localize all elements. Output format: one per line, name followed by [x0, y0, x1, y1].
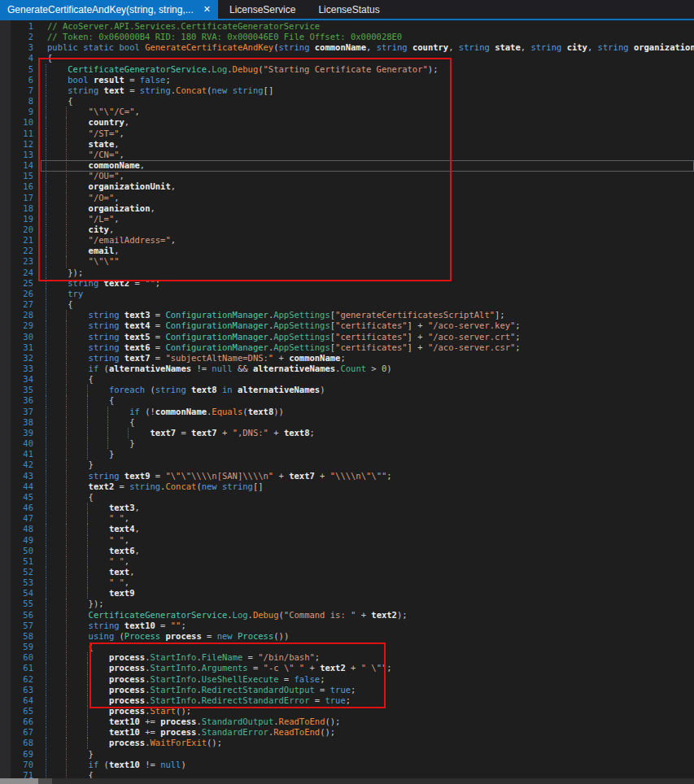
indent-guide [66, 310, 67, 320]
indent-guide [46, 395, 46, 406]
code-line-55: 55}); [0, 599, 694, 609]
tab-generate-certificate-and-key[interactable]: GenerateCertificateAndKey(string, string… [0, 0, 218, 19]
decompiler-window: GenerateCertificateAndKey(string, string… [0, 0, 694, 784]
code-line-31: 31string text6 = ConfigurationManager.Ap… [0, 342, 694, 353]
indent-guide [46, 588, 46, 599]
line-number: 8 [0, 96, 41, 107]
indent-guide [66, 246, 67, 256]
indent-guide [66, 395, 67, 406]
indent-guide [66, 139, 67, 150]
scrollbar-thumb[interactable] [0, 778, 38, 784]
line-number: 58 [0, 631, 41, 642]
indent-guide [46, 310, 46, 320]
indent-guide [46, 449, 46, 460]
indent-guide [87, 556, 88, 567]
code-line-65: 65process.Start(); [0, 706, 694, 716]
indent-guide [46, 128, 46, 139]
code-line-48: 48text4, [0, 524, 694, 534]
line-number: 28 [0, 310, 41, 320]
indent-guide [46, 117, 46, 128]
code-line-9: 9"\"\"/C=", [0, 107, 694, 117]
indent-guide [46, 492, 46, 503]
indent-guide [107, 407, 108, 417]
indent-guide [66, 256, 67, 267]
line-number: 54 [0, 588, 41, 599]
code-line-69: 69} [0, 749, 694, 760]
line-number: 50 [0, 546, 41, 556]
code-line-30: 30string text5 = ConfigurationManager.Ap… [0, 332, 694, 342]
code-line-6: 6bool result = false; [0, 75, 694, 85]
code-line-36: 36{ [0, 395, 694, 406]
indent-guide [46, 364, 46, 374]
code-line-16: 16organizationUnit, [0, 181, 694, 192]
line-number: 49 [0, 535, 41, 546]
line-number: 7 [0, 85, 41, 96]
line-number: 22 [0, 246, 41, 256]
indent-guide [87, 438, 88, 449]
indent-guide [107, 417, 108, 428]
indent-guide [46, 385, 46, 395]
code-line-10: 10country, [0, 117, 694, 128]
tab-license-status[interactable]: LicenseStatus [307, 0, 391, 19]
indent-guide [87, 513, 88, 524]
line-number: 19 [0, 214, 41, 224]
code-line-15: 15"/OU=", [0, 171, 694, 181]
indent-guide [66, 610, 67, 621]
indent-guide [46, 738, 46, 748]
indent-guide [46, 214, 46, 224]
line-number: 18 [0, 203, 41, 214]
line-number: 65 [0, 706, 41, 716]
line-number: 5 [0, 64, 41, 75]
code-line-26: 26try [0, 289, 694, 299]
indent-guide [87, 428, 88, 438]
indent-guide [87, 588, 88, 599]
code-line-51: 51" ", [0, 556, 694, 567]
indent-guide [46, 171, 46, 181]
horizontal-scrollbar[interactable] [0, 778, 694, 784]
tab-license-service[interactable]: LicenseService [218, 0, 307, 19]
indent-guide [66, 438, 67, 449]
indent-guide [46, 471, 46, 481]
line-number: 67 [0, 727, 41, 738]
line-number: 26 [0, 289, 41, 299]
code-line-7: 7string text = string.Concat(new string[… [0, 85, 694, 96]
indent-guide [128, 428, 129, 438]
code-line-66: 66text10 += process.StandardOutput.ReadT… [0, 716, 694, 727]
indent-guide [46, 289, 46, 299]
indent-guide [66, 674, 67, 685]
indent-guide [46, 652, 46, 663]
indent-guide [46, 193, 46, 203]
code-line-63: 63process.StartInfo.RedirectStandardOutp… [0, 685, 694, 695]
indent-guide [66, 128, 67, 139]
indent-guide [66, 471, 67, 481]
indent-guide [46, 320, 46, 331]
indent-guide [87, 546, 88, 556]
line-number: 43 [0, 471, 41, 481]
code-line-68: 68process.WaitForExit(); [0, 738, 694, 748]
indent-guide [66, 567, 67, 577]
line-number: 57 [0, 621, 41, 631]
indent-guide [66, 727, 67, 738]
indent-guide [46, 246, 46, 256]
code-line-18: 18organization, [0, 203, 694, 214]
indent-guide [66, 749, 67, 760]
indent-guide [66, 556, 67, 567]
indent-guide [46, 224, 46, 235]
code-line-42: 42} [0, 460, 694, 470]
line-number: 15 [0, 171, 41, 181]
indent-guide [46, 107, 46, 117]
indent-guide [66, 107, 67, 117]
close-icon[interactable]: ✕ [203, 5, 211, 14]
line-number: 61 [0, 663, 41, 673]
indent-guide [66, 706, 67, 716]
code-editor[interactable]: 1// AcoServer.API.Services.CertificateGe… [0, 20, 694, 784]
line-number: 25 [0, 278, 41, 289]
indent-guide [66, 449, 67, 460]
line-number: 30 [0, 332, 41, 342]
line-number: 51 [0, 556, 41, 567]
indent-guide [66, 588, 67, 599]
line-number: 31 [0, 342, 41, 353]
line-number: 46 [0, 503, 41, 513]
code-line-67: 67text10 += process.StandardError.ReadTo… [0, 727, 694, 738]
indent-guide [87, 738, 88, 748]
